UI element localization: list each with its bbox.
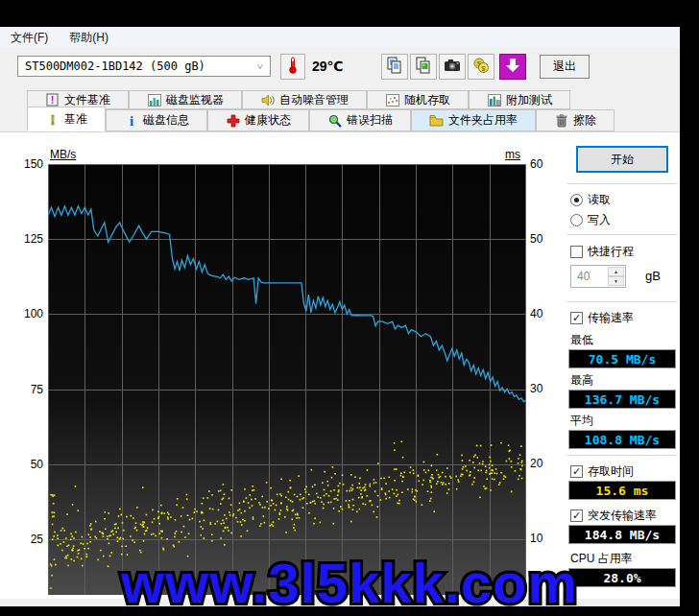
avg-label: 平均 [570,413,593,429]
trash-icon [554,114,568,128]
separator [567,455,677,456]
menu-bar: 文件(F) 帮助(H) [0,27,680,48]
tab-folder-usage[interactable]: 文件夹占用率 [411,109,536,131]
tick-tick-left-50: 50 [1,458,43,471]
tick-tick-right-10: 10 [530,532,572,545]
radio-write-label: 写入 [588,212,611,228]
checkbox-access-time[interactable]: ✓ 存取时间 [570,463,634,480]
tick-tick-right-30: 30 [530,382,572,395]
tick-tick-left-125: 125 [1,232,43,246]
drive-select-value: ST500DM002-1BD142 (500 gB) [25,59,205,73]
exit-button[interactable]: 退出 [540,55,590,79]
left-axis-title: MB/s [50,148,76,161]
temperature-button[interactable] [280,54,305,80]
burst-rate-display: 184.8 MB/s [568,525,676,544]
red-cross-icon [226,114,240,128]
tab-label: 文件夹占用率 [448,112,518,129]
menu-help[interactable]: 帮助(H) [59,27,119,49]
tab-error-scan[interactable]: 错误扫描 [309,109,411,131]
separator [567,234,677,235]
plot-canvas [48,164,526,595]
svg-text:$: $ [481,63,486,72]
copy-image-icon [415,57,432,78]
magnifier-icon [327,114,342,128]
separator [567,183,677,184]
transfer-rate-checkbox-icon[interactable]: ✓ [570,312,583,324]
drive-select-dropdown[interactable]: ST500DM002-1BD142 (500 gB) ˅ [17,56,271,77]
spinner-down-button[interactable]: ▼ [608,276,624,286]
menu-file[interactable]: 文件(F) [0,27,59,49]
tab-disk-monitor[interactable]: 磁盘监视器 [129,90,242,109]
tab-row-tests: !基准i磁盘信息健康状态错误扫描文件夹占用率擦除 [27,109,615,131]
transfer-rate-label: 传输速率 [588,310,634,326]
burst-rate-checkbox-icon[interactable]: ✓ [570,509,583,522]
tick-tick-left-75: 75 [1,383,43,396]
tab-label: 文件基准 [64,92,110,108]
checkbox-transfer-rate[interactable]: ✓ 传输速率 [570,310,634,326]
shortstroke-checkbox-icon[interactable] [570,246,583,258]
tab-health[interactable]: 健康状态 [207,109,309,131]
tab-row-modes: !文件基准磁盘监视器自动噪音管理随机存取附加测试 [27,90,570,109]
thermometer-icon [287,57,299,78]
max-value-display: 136.7 MB/s [568,390,676,409]
access-time-label: 存取时间 [588,463,634,480]
radio-read-label: 读取 [588,192,611,208]
svg-text:i: i [129,113,133,128]
page-excl-icon: ! [45,93,60,107]
chart-grid-icon [487,93,501,107]
svg-text:!: ! [51,94,55,106]
tab-aam[interactable]: 自动噪音管理 [242,90,367,109]
save-results-button[interactable] [499,54,526,80]
tab-benchmark[interactable]: !基准 [27,107,106,131]
tick-tick-right-50: 50 [530,232,572,246]
min-label: 最低 [570,332,593,348]
tab-label: 附加测试 [506,92,552,108]
radio-read[interactable]: 读取 [570,192,611,208]
radio-write[interactable]: 写入 [570,212,611,228]
camera-icon [444,59,461,76]
min-value-display: 70.5 MB/s [568,349,676,368]
tick-tick-right-20: 20 [530,457,572,470]
info-icon: i [124,114,138,128]
shortstroke-size-spinner[interactable]: 40 ▲ ▼ [570,265,626,288]
access-time-display: 15.6 ms [568,481,676,500]
screenshot-button[interactable] [439,54,466,80]
spinner-up-button[interactable]: ▲ [608,267,624,276]
burst-rate-label: 突发传输速率 [588,508,657,524]
tick-tick-left-25: 25 [1,533,43,546]
checkbox-burst-rate[interactable]: ✓ 突发传输速率 [570,508,657,524]
watermark-text: www.3l5kkk.com [120,555,578,614]
tab-label: 错误扫描 [347,112,393,129]
avg-value-display: 108.8 MB/s [568,430,676,449]
tab-label: 自动噪音管理 [279,92,349,108]
chevron-down-icon: ˅ [257,60,263,73]
tab-extra-tests[interactable]: 附加测试 [469,90,570,109]
start-button[interactable]: 开始 [576,146,668,173]
tick-tick-left-100: 100 [1,307,43,320]
tick-tick-right-40: 40 [530,307,572,320]
shortstroke-unit-label: gB [645,269,661,283]
speaker-icon [260,93,275,107]
tick-tick-left-150: 150 [1,157,43,171]
donate-button[interactable]: $$ [468,54,494,80]
tab-disk-info[interactable]: i磁盘信息 [106,109,207,131]
hdtune-window: 文件(F) 帮助(H) ST500DM002-1BD142 (500 gB) ˅… [0,27,680,606]
radio-write-circle-icon[interactable] [570,214,583,226]
copy-text-button[interactable] [381,54,408,80]
access-time-checkbox-icon[interactable]: ✓ [570,465,583,478]
tab-erase[interactable]: 擦除 [536,109,615,131]
bar-chart-icon [147,93,161,107]
watermark: www.3l5kkk.com [0,555,699,616]
shortstroke-label: 快捷行程 [588,244,634,260]
copy-text-icon [386,57,403,78]
folder-icon [429,114,444,128]
tab-label: 磁盘信息 [143,112,189,129]
scatter-icon [385,93,399,107]
tab-label: 随机存取 [404,92,450,108]
tab-random-access[interactable]: 随机存取 [367,90,469,109]
screenshot-root: { "menu": { "file": "文件(F)", "help": "帮助… [0,0,699,616]
copy-image-button[interactable] [410,54,437,80]
radio-read-circle-icon[interactable] [570,194,583,206]
max-label: 最高 [570,372,593,389]
checkbox-shortstroke[interactable]: 快捷行程 [570,244,634,260]
